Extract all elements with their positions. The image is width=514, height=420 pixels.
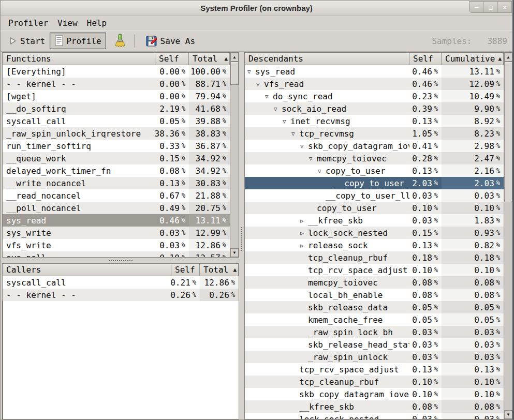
- tree-expander-icon[interactable]: ▿: [291, 130, 299, 138]
- tree-expander-icon[interactable]: ▿: [256, 80, 264, 88]
- tree-expander-icon[interactable]: ▿: [309, 155, 317, 162]
- descendants-column-header[interactable]: Descendants: [245, 53, 409, 65]
- descendant-row[interactable]: tcp_rcv_space_adjust 0.13% 0.13%: [245, 363, 512, 376]
- start-button[interactable]: Start: [4, 34, 50, 49]
- save-as-button[interactable]: Save As: [141, 32, 200, 50]
- descendant-row[interactable]: skb_release_data 0.05% 0.05%: [245, 301, 512, 313]
- clear-button[interactable]: [109, 31, 131, 51]
- descendant-row[interactable]: tcp_cleanup_rbuf 0.18% 0.18%: [245, 251, 512, 264]
- maximize-button[interactable]: □: [483, 2, 497, 12]
- descendant-row[interactable]: ▿ sock_aio_read 0.39% 9.90%: [245, 102, 512, 115]
- descendant-row[interactable]: tcp_rcv_space_adjust 0.10% 0.10%: [245, 264, 512, 276]
- callers-column-header[interactable]: Callers: [3, 264, 171, 276]
- tree-expander-icon[interactable]: ▿: [300, 142, 308, 150]
- sort-ascending-icon: ▲: [498, 55, 503, 62]
- profile-button[interactable]: Profile: [50, 33, 106, 49]
- descendant-row[interactable]: lock_sock_nested 0.03% 0.03%: [245, 413, 512, 419]
- descendant-row[interactable]: __copy_to_user_ll 0.03% 0.03%: [245, 189, 512, 202]
- descendant-row[interactable]: ▹ release_sock 0.13% 0.82%: [245, 239, 512, 251]
- descendants-self-column-header[interactable]: Self: [409, 53, 442, 65]
- descendants-tree: ▿ sys_read 0.46% 13.11% ▿ vfs_read 0.46%…: [245, 65, 512, 419]
- descendants-scrollbar: ▲ ▼: [504, 53, 512, 419]
- menubar: Profiler View Help: [1, 16, 512, 30]
- functions-header: Functions Self Total▲: [3, 53, 239, 65]
- close-button[interactable]: ✕: [497, 2, 511, 12]
- samples-label: Samples:: [432, 36, 472, 46]
- descendants-cumulative-column-header[interactable]: Cumulative▲: [442, 53, 504, 65]
- scroll-down-icon: ▼: [233, 250, 236, 255]
- descendant-row[interactable]: memcpy_toiovec 0.08% 0.08%: [245, 276, 512, 289]
- scroll-down-button[interactable]: ▼: [230, 248, 239, 257]
- descendant-row[interactable]: __kfree_skb 0.08% 0.08%: [245, 400, 512, 413]
- function-row[interactable]: delayed_work_timer_fn 0.08% 34.92%: [3, 164, 239, 177]
- scrollbar-thumb[interactable]: [504, 62, 512, 202]
- function-row[interactable]: __poll_nocancel 0.49% 20.75%: [3, 202, 239, 214]
- scrollbar-thumb[interactable]: [230, 62, 239, 85]
- caller-row[interactable]: syscall_call 0.21% 12.86%: [3, 276, 239, 289]
- function-row[interactable]: __queue_work 0.15% 34.92%: [3, 152, 239, 164]
- scroll-up-button[interactable]: ▲: [504, 53, 512, 62]
- descendant-row[interactable]: skb_copy_datagram_iovec 0.10% 0.10%: [245, 388, 512, 400]
- functions-self-column-header[interactable]: Self: [155, 53, 189, 65]
- system-profiler-window: System Profiler (on crownbay) – □ ✕ Prof…: [0, 0, 514, 420]
- vertical-pane-splitter[interactable]: [239, 52, 244, 419]
- function-row[interactable]: sys_read 0.46% 13.11%: [3, 214, 239, 227]
- function-row[interactable]: __write_nocancel 0.13% 30.83%: [3, 177, 239, 189]
- scroll-up-button[interactable]: ▲: [230, 53, 239, 62]
- descendant-row[interactable]: ▿ do_sync_read 0.23% 10.49%: [245, 90, 512, 102]
- tree-expander-icon[interactable]: ▿: [274, 105, 282, 113]
- descendant-row[interactable]: ▿ sys_read 0.46% 13.11%: [245, 65, 512, 78]
- tree-expander-icon[interactable]: ▿: [247, 68, 255, 76]
- descendant-row[interactable]: _raw_spin_unlock 0.03% 0.03%: [245, 351, 512, 363]
- descendant-row[interactable]: __copy_to_user_ll 2.03% 2.03%: [245, 177, 512, 189]
- functions-column-header[interactable]: Functions: [3, 53, 155, 65]
- descendant-row[interactable]: ▿ memcpy_toiovec 0.28% 2.47%: [245, 152, 512, 164]
- document-icon: [54, 35, 64, 47]
- tree-expander-icon[interactable]: ▹: [300, 242, 308, 249]
- function-row[interactable]: syscall_call 0.05% 39.88%: [3, 115, 239, 127]
- function-row[interactable]: _raw_spin_unlock_irqrestore 38.36% 38.83…: [3, 127, 239, 140]
- descendant-row[interactable]: ▿ inet_recvmsg 0.13% 8.92%: [245, 115, 512, 127]
- caller-row[interactable]: - - kernel - - 0.26% 0.26%: [3, 289, 239, 301]
- maximize-icon: □: [489, 4, 492, 11]
- tree-expander-icon[interactable]: ▿: [265, 93, 273, 100]
- function-row[interactable]: __do_softirq 2.19% 41.68%: [3, 102, 239, 115]
- function-row[interactable]: run_timer_softirq 0.33% 36.87%: [3, 140, 239, 152]
- function-row[interactable]: [Everything] 0.00% 100.00%: [3, 65, 239, 78]
- descendant-row[interactable]: ▿ copy_to_user 0.13% 2.16%: [245, 164, 512, 177]
- function-row[interactable]: vfs_write 0.03% 12.86%: [3, 239, 239, 251]
- function-row[interactable]: sys_poll 0.10% 12.57%: [3, 251, 239, 257]
- titlebar[interactable]: System Profiler (on crownbay) – □ ✕: [1, 1, 512, 16]
- descendant-row[interactable]: ▿ tcp_recvmsg 1.05% 8.23%: [245, 127, 512, 140]
- descendant-row[interactable]: ▹ __kfree_skb 0.03% 1.83%: [245, 214, 512, 227]
- function-row[interactable]: __read_nocancel 0.67% 21.88%: [3, 189, 239, 202]
- callers-self-column-header[interactable]: Self: [171, 264, 200, 276]
- descendant-row[interactable]: tcp_cleanup_rbuf 0.10% 0.10%: [245, 376, 512, 388]
- descendant-row[interactable]: kmem_cache_free 0.05% 0.05%: [245, 313, 512, 326]
- functions-scrollbar: ▲ ▼: [230, 53, 239, 257]
- function-row[interactable]: - - kernel - - 0.00% 88.71%: [3, 78, 239, 90]
- descendant-row[interactable]: skb_release_head_state 0.03% 0.03%: [245, 338, 512, 351]
- scroll-down-button[interactable]: ▼: [504, 410, 512, 419]
- descendant-row[interactable]: ▹ lock_sock_nested 0.15% 0.93%: [245, 227, 512, 239]
- tree-expander-icon[interactable]: ▿: [318, 167, 326, 175]
- function-row[interactable]: sys_write 0.03% 12.99%: [3, 227, 239, 239]
- menu-help[interactable]: Help: [82, 17, 112, 29]
- functions-total-column-header[interactable]: Total▲: [189, 53, 230, 65]
- descendant-row[interactable]: _raw_spin_lock_bh 0.03% 0.03%: [245, 326, 512, 338]
- descendant-row[interactable]: ▿ vfs_read 0.46% 12.09%: [245, 78, 512, 90]
- callers-total-column-header[interactable]: Total▲: [200, 264, 239, 276]
- tree-expander-icon[interactable]: ▹: [300, 217, 308, 224]
- menu-profiler[interactable]: Profiler: [4, 17, 53, 29]
- tree-expander-icon[interactable]: ▹: [300, 229, 308, 237]
- tree-expander-icon[interactable]: ▿: [283, 117, 290, 125]
- descendant-row[interactable]: local_bh_enable 0.08% 0.08%: [245, 289, 512, 301]
- descendant-row[interactable]: copy_to_user 0.10% 0.10%: [245, 202, 512, 214]
- menu-view[interactable]: View: [53, 17, 82, 29]
- minimize-button[interactable]: –: [469, 2, 483, 12]
- descendant-row[interactable]: ▿ skb_copy_datagram_iov… 0.41% 2.98%: [245, 140, 512, 152]
- descendants-header: Descendants Self Cumulative▲: [245, 53, 512, 65]
- close-icon: ✕: [503, 4, 506, 11]
- function-row[interactable]: [wget] 0.00% 79.94%: [3, 90, 239, 102]
- horizontal-pane-splitter[interactable]: [2, 258, 239, 263]
